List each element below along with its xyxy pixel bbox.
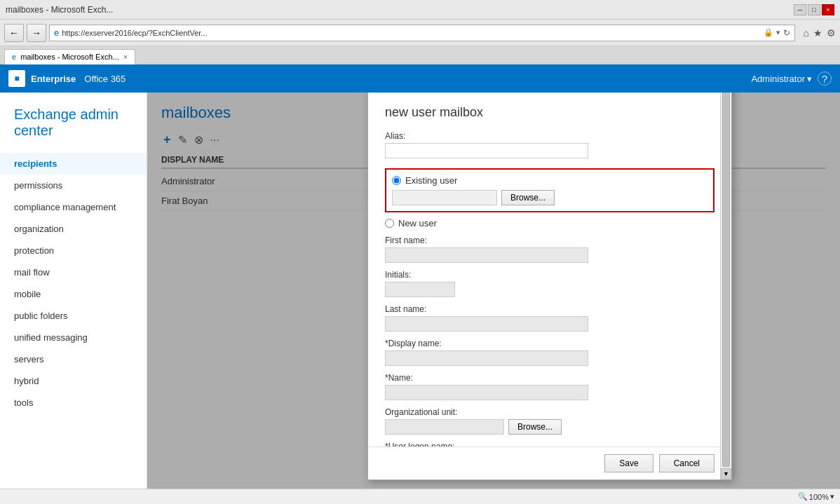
forward-button[interactable]: → (27, 24, 46, 42)
logon-name-label: *User logon name: (385, 442, 714, 446)
existing-user-text-input[interactable] (392, 190, 497, 205)
browser-title-bar: mailboxes - Microsoft Exch... ─ □ × (0, 0, 840, 20)
office365-link[interactable]: Office 365 (84, 74, 126, 84)
browser-action-icons: ⌂ ★ ⚙ (804, 27, 836, 39)
modal-heading: new user mailbox (385, 105, 714, 120)
modal-body: new user mailbox Alias: Existing user (368, 93, 731, 447)
browser-status-bar: 🔍 100% ▾ (0, 489, 840, 504)
sidebar-item-mailflow[interactable]: mail flow (0, 261, 147, 283)
tab-label: mailboxes - Microsoft Exch... (20, 53, 119, 61)
zoom-chevron-icon: ▾ (830, 492, 834, 501)
existing-user-browse-button[interactable]: Browse... (501, 190, 555, 205)
sidebar-item-organization[interactable]: organization (0, 218, 147, 240)
zoom-control[interactable]: 🔍 100% ▾ (798, 492, 834, 501)
name-input[interactable] (385, 385, 588, 400)
name-label: *Name: (385, 373, 714, 383)
office365-logo: ■ (8, 70, 25, 87)
office365-bar: ■ Enterprise Office 365 Administrator ▾ … (0, 64, 840, 93)
admin-menu[interactable]: Administrator ▾ (751, 74, 812, 84)
favorites-icon[interactable]: ★ (813, 27, 822, 39)
last-name-input[interactable] (385, 316, 588, 332)
browser-title-text: mailboxes - Microsoft Exch... (6, 5, 113, 15)
address-search-icon: ▾ (776, 28, 780, 37)
org-unit-browse-button[interactable]: Browse... (508, 419, 562, 435)
sidebar-item-recipients[interactable]: recipients (0, 153, 147, 175)
sidebar-item-hybrid[interactable]: hybrid (0, 370, 147, 392)
first-name-label: First name: (385, 236, 714, 245)
refresh-icon[interactable]: ↻ (783, 28, 790, 38)
eac-body: Exchange admin center recipients permiss… (0, 93, 840, 489)
browser-tab-bar: e mailboxes - Microsoft Exch... × (0, 46, 840, 64)
existing-user-box: Existing user Browse... (385, 168, 714, 212)
help-button[interactable]: ? (818, 71, 832, 86)
main-content: mailboxes + ✎ ⊗ ··· DISPLAY NAME Adminis… (147, 93, 840, 489)
browser-tab[interactable]: e mailboxes - Microsoft Exch... × (4, 49, 135, 64)
new-user-radio-row: New user (385, 218, 714, 229)
browser-close-btn[interactable]: × (822, 4, 834, 15)
o365-right-section: Administrator ▾ ? (751, 71, 832, 86)
sidebar-item-permissions[interactable]: permissions (0, 175, 147, 196)
browser-nav-bar: ← → e https://exserver2016/ecp/?ExchClie… (0, 20, 840, 46)
org-unit-row: Browse... (385, 419, 714, 435)
tab-close-icon[interactable]: × (123, 53, 128, 61)
display-name-input[interactable] (385, 350, 588, 366)
sidebar-item-compliance[interactable]: compliance management (0, 196, 147, 218)
admin-chevron-icon: ▾ (807, 74, 812, 84)
browser-window: mailboxes - Microsoft Exch... ─ □ × ← → … (0, 0, 840, 504)
sidebar-item-tools[interactable]: tools (0, 392, 147, 414)
cancel-button[interactable]: Cancel (659, 454, 714, 472)
browser-window-controls: ─ □ × (794, 4, 834, 15)
new-user-section: New user (385, 218, 714, 229)
modal-scrollbar[interactable]: ▲ ▼ (720, 93, 731, 447)
alias-label: Alias: (385, 131, 714, 141)
initials-input[interactable] (385, 282, 455, 297)
save-button[interactable]: Save (604, 454, 653, 472)
sidebar-item-unifiedmessaging[interactable]: unified messaging (0, 327, 147, 348)
sidebar: Exchange admin center recipients permiss… (0, 93, 147, 489)
sidebar-item-servers[interactable]: servers (0, 348, 147, 370)
sidebar-title: Exchange admin center (0, 100, 147, 153)
lock-icon: 🔒 (764, 28, 773, 37)
enterprise-link[interactable]: Enterprise (31, 74, 76, 84)
alias-input[interactable] (385, 143, 588, 158)
initials-label: Initials: (385, 270, 714, 280)
sidebar-item-mobile[interactable]: mobile (0, 283, 147, 305)
zoom-level: 100% (809, 493, 829, 501)
existing-user-input-row: Browse... (392, 190, 707, 205)
org-unit-label: Organizational unit: (385, 407, 714, 417)
modal-footer: Save Cancel (368, 447, 731, 479)
user-mailbox-modal: e User Mailbox - Internet Explorer ─ □ ×… (367, 93, 732, 480)
ie-logo-small: e (54, 27, 59, 38)
last-name-label: Last name: (385, 304, 714, 314)
scroll-thumb[interactable] (722, 93, 730, 447)
new-user-radio[interactable] (385, 219, 394, 228)
back-button[interactable]: ← (4, 24, 24, 42)
home-icon[interactable]: ⌂ (804, 27, 809, 39)
first-name-input[interactable] (385, 247, 588, 263)
display-name-label: *Display name: (385, 339, 714, 348)
tools-icon[interactable]: ⚙ (827, 27, 836, 39)
zoom-icon: 🔍 (798, 492, 808, 501)
modal-body-container: new user mailbox Alias: Existing user (368, 93, 731, 447)
admin-label: Administrator (751, 74, 805, 84)
new-user-label: New user (398, 218, 437, 229)
modal-overlay: e User Mailbox - Internet Explorer ─ □ ×… (147, 93, 840, 489)
browser-minimize-btn[interactable]: ─ (794, 4, 806, 15)
user-type-radio-group: Existing user Browse... (385, 168, 714, 229)
sidebar-item-publicfolders[interactable]: public folders (0, 305, 147, 327)
existing-user-radio-row: Existing user (392, 175, 707, 186)
browser-restore-btn[interactable]: □ (808, 4, 820, 15)
existing-user-radio[interactable] (392, 176, 401, 185)
org-unit-input[interactable] (385, 419, 504, 435)
existing-user-label: Existing user (405, 175, 457, 186)
sidebar-item-protection[interactable]: protection (0, 240, 147, 261)
address-bar: e https://exserver2016/ecp/?ExchClientVe… (49, 25, 795, 41)
address-text: https://exserver2016/ecp/?ExchClientVer.… (62, 29, 760, 37)
